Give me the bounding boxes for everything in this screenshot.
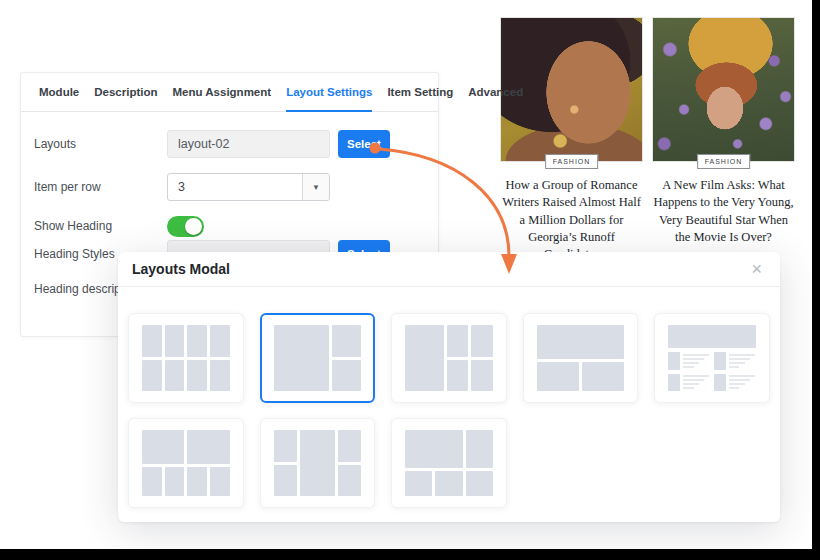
layout-preview-banner-list	[668, 325, 756, 391]
layout-thumbnail-2-selected[interactable]	[260, 313, 376, 403]
layout-preview-center-hero-sides	[274, 430, 362, 496]
layout-preview-hero-left-grid4	[405, 325, 493, 391]
layout-thumbnail-8[interactable]	[391, 418, 507, 508]
layout-preview-hero-tall-3below	[405, 430, 493, 496]
layouts-label: Layouts	[21, 137, 167, 151]
article-photo-lavender-field[interactable]: FASHION	[652, 17, 795, 162]
layout-thumbnail-4[interactable]	[523, 313, 639, 403]
chevron-down-icon: ▼	[302, 174, 329, 200]
screen: ModuleDescriptionMenu AssignmentLayout S…	[0, 0, 820, 560]
layout-thumbnail-5[interactable]	[654, 313, 770, 403]
article-title[interactable]: A New Film Asks: What Happens to the Ver…	[652, 177, 795, 246]
modal-header: Layouts Modal ×	[118, 252, 780, 287]
layouts-value-field[interactable]: layout-02	[167, 130, 330, 158]
article-card: FASHION A New Film Asks: What Happens to…	[652, 17, 795, 260]
layout-thumbnail-1[interactable]	[128, 313, 244, 403]
layout-preview-banner-2below	[537, 325, 625, 391]
screen-edge-right	[812, 0, 820, 560]
layouts-select-button[interactable]: Select	[338, 130, 390, 158]
tab-module[interactable]: Module	[39, 73, 79, 112]
article-card: FASHION How a Group of Romance Writers R…	[500, 17, 643, 277]
screen-edge-bottom	[0, 549, 820, 560]
item-per-row-dropdown[interactable]: 3 ▼	[167, 173, 330, 201]
settings-tab-bar: ModuleDescriptionMenu AssignmentLayout S…	[21, 73, 438, 112]
show-heading-toggle[interactable]	[167, 216, 204, 237]
layout-thumbnail-grid	[118, 287, 780, 522]
article-title[interactable]: How a Group of Romance Writers Raised Al…	[500, 177, 643, 263]
show-heading-label: Show Heading	[21, 219, 167, 233]
modal-title: Layouts Modal	[132, 261, 230, 277]
tab-layout-settings[interactable]: Layout Settings	[286, 73, 372, 112]
layouts-modal: Layouts Modal ×	[118, 252, 780, 522]
layout-thumbnail-3[interactable]	[391, 313, 507, 403]
layout-preview-hero-left-2right	[274, 325, 362, 391]
tab-description[interactable]: Description	[94, 73, 157, 112]
tab-advanced[interactable]: Advanced	[468, 73, 523, 112]
category-badge[interactable]: FASHION	[545, 154, 599, 169]
close-icon[interactable]: ×	[747, 258, 766, 280]
category-badge[interactable]: FASHION	[697, 154, 751, 169]
toggle-knob	[185, 218, 202, 235]
tab-menu-assignment[interactable]: Menu Assignment	[173, 73, 272, 112]
item-per-row-label: Item per row	[21, 180, 167, 194]
layout-preview-2top-4below	[142, 430, 230, 496]
layout-thumbnail-7[interactable]	[260, 418, 376, 508]
tab-item-setting[interactable]: Item Setting	[387, 73, 453, 112]
item-per-row-value: 3	[168, 180, 195, 194]
layout-preview-grid-4x2	[142, 325, 230, 391]
layout-thumbnail-6[interactable]	[128, 418, 244, 508]
